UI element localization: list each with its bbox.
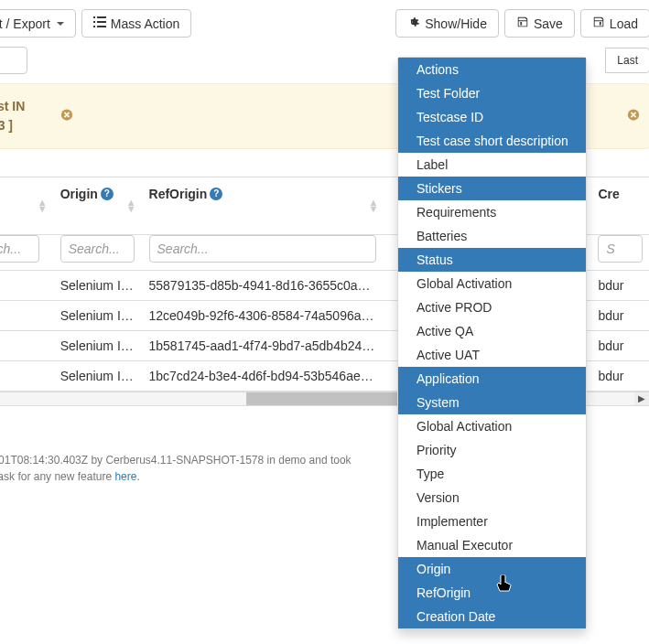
svg-rect-4: [93, 26, 95, 27]
help-icon[interactable]: ?: [101, 188, 114, 200]
dropdown-item[interactable]: Creation Date: [398, 605, 586, 628]
dropdown-item[interactable]: Priority: [398, 438, 586, 462]
sort-icon: ▲▼: [368, 199, 378, 212]
footer-link-here[interactable]: here: [114, 470, 136, 483]
dropdown-item[interactable]: Requirements: [398, 200, 586, 224]
show-hide-label: Show/Hide: [425, 16, 487, 31]
svg-rect-1: [97, 16, 106, 18]
cell-origin: Selenium IDE: [53, 330, 142, 360]
footer-line2a: a bug or ask for any new feature: [0, 470, 114, 483]
dropdown-item[interactable]: Test Folder: [398, 81, 586, 105]
alert-close-right[interactable]: [627, 109, 640, 124]
dropdown-item[interactable]: Actions: [398, 58, 586, 81]
dropdown-item[interactable]: Label: [398, 153, 586, 177]
cell-reforigin: 55879135-d85b-4941-8d16-3655c0a0abf5: [142, 270, 384, 300]
dropdown-item[interactable]: Status: [398, 248, 586, 272]
cell-m: PLES: [0, 330, 53, 360]
scrollbar-right-arrow[interactable]: ▶: [634, 392, 649, 405]
cell-created: bdur: [590, 330, 649, 360]
cell-origin: Selenium IDE: [53, 270, 142, 300]
cell-origin: Selenium IDE: [53, 360, 142, 391]
show-hide-dropdown[interactable]: ActionsTest FolderTestcase IDTest case s…: [397, 57, 587, 629]
cell-m: PLES: [0, 360, 53, 391]
search-m[interactable]: [0, 235, 39, 263]
svg-rect-3: [97, 21, 106, 23]
dropdown-item[interactable]: Origin: [398, 557, 586, 581]
cell-created: bdur: [590, 300, 649, 330]
save-button[interactable]: Save: [504, 9, 575, 38]
dropdown-item[interactable]: Active PROD: [398, 295, 586, 319]
mass-action-label: Mass Action: [111, 16, 179, 31]
save-label: Save: [534, 16, 563, 31]
cell-m: PLES: [0, 300, 53, 330]
dropdown-item[interactable]: Application: [398, 367, 586, 391]
col-header-origin[interactable]: Origin ?▲▼: [53, 177, 142, 234]
search-created[interactable]: [598, 235, 643, 263]
dropdown-item[interactable]: Active QA: [398, 319, 586, 343]
cell-reforigin: 12ce049b-92f6-4306-8584-74a5096a7a10: [142, 300, 384, 330]
show-hide-button[interactable]: Show/Hide: [395, 9, 499, 38]
dropdown-item[interactable]: Test case short description: [398, 129, 586, 153]
cell-created: bdur: [590, 360, 649, 391]
dropdown-item[interactable]: Implementer: [398, 510, 586, 533]
import-export-label: Import / Export: [0, 16, 50, 31]
dropdown-item[interactable]: Global Activation: [398, 414, 586, 438]
sort-icon: ▲▼: [126, 199, 136, 212]
load-icon: [592, 16, 605, 31]
dropdown-item[interactable]: RefOrigin: [398, 581, 586, 605]
load-button[interactable]: Load: [580, 9, 649, 38]
caret-icon: [57, 22, 64, 26]
dropdown-item[interactable]: Testcase ID: [398, 105, 586, 129]
footer-line2b: .: [136, 470, 139, 483]
svg-rect-2: [93, 21, 95, 23]
import-export-button[interactable]: Import / Export: [0, 9, 76, 38]
pager-last-button[interactable]: Last: [605, 48, 649, 73]
sort-icon: ▲▼: [38, 199, 48, 212]
dropdown-item[interactable]: Batteries: [398, 224, 586, 248]
dropdown-item[interactable]: Active UAT: [398, 343, 586, 367]
scrollbar-thumb[interactable]: [246, 392, 400, 405]
cell-reforigin: 1b581745-aad1-4f74-9bd7-a5db4b24151e: [142, 330, 384, 360]
svg-rect-0: [93, 16, 95, 18]
col-header-m[interactable]: m▲▼: [0, 177, 53, 234]
mass-action-button[interactable]: Mass Action: [81, 9, 191, 38]
page-input[interactable]: [0, 47, 27, 74]
dropdown-item[interactable]: Type: [398, 462, 586, 486]
dropdown-item[interactable]: Manual Executor: [398, 533, 586, 557]
cell-origin: Selenium IDE: [53, 300, 142, 330]
search-reforigin[interactable]: [149, 235, 377, 263]
cell-reforigin: 1bc7cd24-b3e4-4d6f-bd94-53b546ae751d: [142, 360, 384, 391]
load-label: Load: [610, 16, 638, 31]
search-origin[interactable]: [60, 235, 135, 263]
dropdown-item[interactable]: Version: [398, 486, 586, 510]
filter-alert-text: ec.test INSIDE3 ]: [0, 97, 25, 135]
col-header-created[interactable]: Cre: [590, 177, 649, 234]
save-icon: [516, 16, 529, 31]
svg-rect-5: [97, 26, 106, 27]
svg-rect-7: [600, 22, 601, 26]
dropdown-item[interactable]: Stickers: [398, 177, 586, 200]
list-icon: [93, 16, 106, 31]
gear-icon: [407, 16, 420, 31]
svg-rect-6: [520, 22, 522, 26]
dropdown-item[interactable]: Global Activation: [398, 272, 586, 295]
cell-m: PLES: [0, 270, 53, 300]
alert-close-left[interactable]: [60, 109, 73, 124]
help-icon[interactable]: ?: [210, 188, 222, 200]
cell-created: bdur: [590, 270, 649, 300]
col-header-reforigin[interactable]: RefOrigin ?▲▼: [142, 177, 384, 234]
dropdown-item[interactable]: System: [398, 391, 586, 414]
